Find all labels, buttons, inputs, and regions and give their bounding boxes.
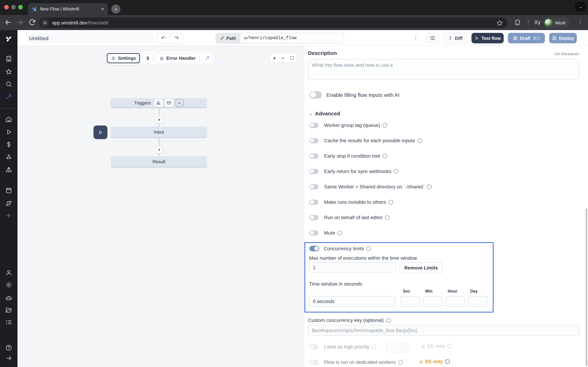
- panel-scrollbar[interactable]: [586, 208, 587, 366]
- back-button[interactable]: [4, 18, 12, 26]
- sidebar-item-favorites-icon[interactable]: [5, 68, 12, 75]
- info-icon[interactable]: [337, 231, 342, 235]
- more-options-icon[interactable]: ⋮: [413, 35, 418, 40]
- flow-path-control[interactable]: Path u/henri/capable_flow: [216, 33, 344, 43]
- browser-menu-icon[interactable]: ⋮: [578, 18, 583, 25]
- cache-results-label: Cache the results for each possible inpu…: [324, 138, 415, 143]
- sidebar-item-workers-robot-icon[interactable]: [5, 294, 12, 301]
- info-icon[interactable]: [389, 200, 393, 204]
- flow-settings-button[interactable]: Settings: [107, 53, 140, 63]
- sidebar-item-home-icon[interactable]: [5, 116, 12, 123]
- window-minimize-button[interactable]: [11, 5, 16, 9]
- test-flow-button[interactable]: Test flow: [471, 33, 504, 43]
- bookmark-star-icon[interactable]: [496, 19, 503, 26]
- info-icon[interactable]: [366, 246, 371, 251]
- new-tab-button[interactable]: +: [111, 5, 121, 14]
- flow-canvas[interactable]: Settings $ Error Handler + − Triggers: [17, 46, 304, 367]
- diff-button[interactable]: Diff: [443, 33, 467, 43]
- info-icon[interactable]: [417, 138, 422, 143]
- input-node[interactable]: Input: [111, 126, 207, 138]
- sidebar-item-search-icon[interactable]: [5, 81, 12, 88]
- info-icon[interactable]: [394, 169, 398, 174]
- early-return-toggle[interactable]: [309, 169, 319, 174]
- days-input[interactable]: [468, 296, 487, 307]
- bug-icon: [159, 56, 164, 61]
- redo-button[interactable]: ↷: [170, 33, 183, 43]
- sidebar-item-settings-icon[interactable]: [5, 281, 12, 288]
- site-settings-icon[interactable]: [41, 19, 49, 26]
- info-icon[interactable]: [385, 215, 390, 220]
- info-icon[interactable]: [382, 123, 387, 127]
- zoom-in-button[interactable]: +: [273, 55, 276, 61]
- sidebar-item-flows-route-icon[interactable]: [5, 200, 12, 207]
- invisible-runs-toggle[interactable]: [309, 200, 319, 205]
- window-close-button[interactable]: [4, 5, 9, 9]
- windmill-logo[interactable]: [5, 35, 12, 42]
- description-textarea[interactable]: [308, 59, 579, 79]
- minutes-input[interactable]: [423, 296, 442, 307]
- sidebar-item-add-icon[interactable]: [5, 212, 12, 219]
- hours-input[interactable]: [446, 296, 465, 307]
- info-icon[interactable]: [383, 154, 387, 158]
- worker-group-toggle[interactable]: [309, 123, 319, 128]
- same-worker-toggle[interactable]: [309, 184, 319, 189]
- sidebar-expand-arrow-icon[interactable]: [5, 355, 12, 362]
- info-icon[interactable]: [427, 184, 432, 189]
- docs-book-button[interactable]: [426, 33, 439, 43]
- seconds-input[interactable]: [401, 296, 420, 307]
- browser-profile-button[interactable]: Work: [543, 17, 570, 28]
- webhook-icon: [156, 100, 161, 105]
- custom-key-input[interactable]: [308, 325, 579, 335]
- max-executions-input[interactable]: [309, 262, 396, 273]
- run-input-button[interactable]: [94, 125, 107, 139]
- email-trigger-button[interactable]: [165, 99, 173, 107]
- run-on-behalf-toggle[interactable]: [309, 215, 319, 220]
- concurrency-limits-toggle[interactable]: [309, 246, 319, 251]
- flow-name-input[interactable]: Untitled: [25, 33, 154, 43]
- reload-button[interactable]: [28, 18, 36, 26]
- window-zoom-button[interactable]: [18, 5, 23, 9]
- browser-tab[interactable]: New Flow | Windmill ✕: [28, 3, 108, 15]
- triggers-node[interactable]: Triggers +: [111, 98, 207, 108]
- info-icon[interactable]: [445, 359, 450, 364]
- cache-results-toggle[interactable]: [309, 138, 319, 143]
- sidebar-help-icon[interactable]: [5, 344, 12, 351]
- tab-close-icon[interactable]: ✕: [101, 7, 104, 12]
- sidebar-item-workspace-icon[interactable]: [5, 55, 12, 62]
- mute-toggle[interactable]: [309, 230, 319, 235]
- ai-flow-button[interactable]: [202, 53, 213, 63]
- info-icon[interactable]: [387, 318, 391, 322]
- advanced-section-header[interactable]: ⌄ Advanced: [309, 110, 340, 117]
- draft-button[interactable]: Draft ⌘S: [508, 33, 545, 43]
- result-node[interactable]: Result: [111, 156, 207, 167]
- sidebar-item-runs-icon[interactable]: [5, 129, 12, 136]
- sidebar-item-users-icon[interactable]: [5, 269, 12, 276]
- sidebar-item-ai-wand-icon[interactable]: [5, 93, 12, 100]
- insert-step-button[interactable]: +: [156, 146, 163, 153]
- add-trigger-button[interactable]: +: [175, 99, 184, 107]
- tab-search-button[interactable]: ⌄: [575, 2, 586, 12]
- static-inputs-button[interactable]: $: [142, 53, 154, 63]
- webhook-trigger-button[interactable]: [154, 99, 163, 107]
- sidebar-item-schedules-prism-icon[interactable]: [5, 166, 12, 173]
- sidebar-item-calendar-icon[interactable]: [5, 187, 12, 194]
- undo-button[interactable]: ↶: [157, 33, 170, 43]
- sidebar-item-variables-icon[interactable]: [5, 141, 12, 148]
- url-bar[interactable]: app.windmill.dev/flows/add: [39, 17, 507, 28]
- path-value[interactable]: u/henri/capable_flow: [241, 33, 344, 43]
- url-text[interactable]: app.windmill.dev/flows/add: [52, 20, 496, 25]
- insert-step-button[interactable]: +: [156, 116, 163, 123]
- fit-view-icon[interactable]: [290, 56, 294, 60]
- forward-button[interactable]: [16, 18, 24, 26]
- extensions-puzzle-icon[interactable]: [515, 19, 521, 26]
- reading-list-icon[interactable]: [534, 19, 541, 26]
- deploy-button[interactable]: Deploy: [549, 33, 577, 43]
- sidebar-item-audit-list-icon[interactable]: [5, 319, 12, 326]
- error-handler-button[interactable]: Error Handler: [156, 53, 200, 63]
- early-stop-toggle[interactable]: [309, 153, 319, 158]
- zoom-out-button[interactable]: −: [281, 55, 284, 61]
- ai-inputs-toggle[interactable]: [309, 91, 322, 99]
- remove-limits-button[interactable]: Remove Limits: [400, 262, 442, 273]
- sidebar-item-folders-icon[interactable]: [5, 307, 12, 314]
- sidebar-item-resources-icon[interactable]: [5, 154, 12, 161]
